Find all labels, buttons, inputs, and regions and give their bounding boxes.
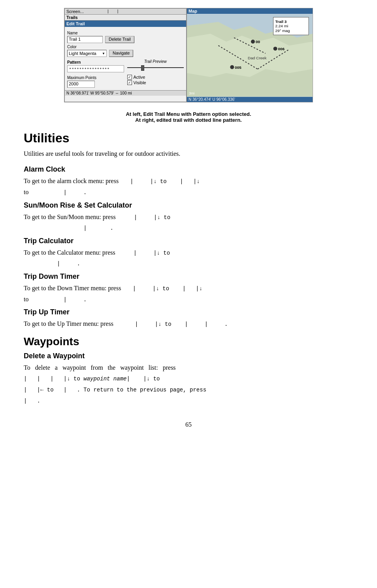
svg-point-6 xyxy=(230,65,234,69)
trip-up-instruction: To get to the Up Timer menu: press | |↓ … xyxy=(24,319,353,329)
name-row: Trail 1 Delete Trail xyxy=(67,36,184,43)
trip-down-text: To get to the Down Timer menu: press xyxy=(24,285,121,291)
checkboxes-section: ✓ Active ✓ Visible xyxy=(127,74,184,86)
alarm-key2: | . xyxy=(30,189,87,196)
trip-down-heading: Trip Down Timer xyxy=(24,272,353,281)
sunmoon-keys: | |↓ to xyxy=(117,214,170,221)
page-container: Screen... | | Trails Edit Trail Name Tra… xyxy=(0,0,377,444)
delete-wp-keys1: | | | |↓ to waypoint name| |↓ to xyxy=(24,376,160,382)
trip-down-to: to xyxy=(24,296,28,303)
delete-waypoint-heading: Delete a Waypoint xyxy=(24,352,353,360)
utilities-heading: Utilities xyxy=(24,131,353,146)
alarm-clock-heading: Alarm Clock xyxy=(24,165,353,174)
intro-text: Utilities are useful tools for traveling… xyxy=(24,149,353,158)
svg-point-8 xyxy=(273,47,277,51)
visible-checkbox[interactable]: ✓ xyxy=(127,80,132,85)
trip-calc-instruction: To get to the Calculator menu: press | |… xyxy=(24,248,353,258)
caption-line1: At left, Edit Trail Menu with Pattern op… xyxy=(64,111,313,117)
left-panel: Screen... | | Trails Edit Trail Name Tra… xyxy=(64,8,187,102)
pattern-preview[interactable]: **************** xyxy=(67,65,124,72)
bottom-section: Maximum Points 2000 ✓ Active ✓ Visible xyxy=(67,74,184,88)
sunmoon-text: To get to the Sun/Moon menu: press xyxy=(24,214,116,220)
form-body: Name Trail 1 Delete Trail Color Light Ma… xyxy=(65,27,186,90)
svg-text:Trail 3: Trail 3 xyxy=(275,19,287,24)
svg-point-10 xyxy=(251,40,255,43)
trail-preview-slider[interactable] xyxy=(127,64,184,71)
trip-calc-line2: | . xyxy=(24,258,353,268)
status-text: N 36°08.971' W 95°50.579' ↔ 100 mi xyxy=(66,91,132,95)
delete-wp-instruction1: To delete a waypoint from the waypoint l… xyxy=(24,363,353,373)
page-number: 65 xyxy=(24,421,353,428)
left-status-bar: N 36°08.971' W 95°50.579' ↔ 100 mi xyxy=(65,90,186,96)
active-checkbox[interactable]: ✓ xyxy=(127,75,132,79)
delete-wp-instruction3: | |← to | . To return to the previous pa… xyxy=(24,384,353,395)
map-status-text: N 36°20.474' U 96°06.336' xyxy=(188,97,235,102)
trip-up-text: To get to the Up Timer menu: press xyxy=(24,320,113,327)
svg-text:005: 005 xyxy=(235,65,241,70)
active-label: Active xyxy=(134,75,145,79)
max-points-input[interactable]: 2000 xyxy=(67,81,95,88)
sunmoon-line2: | . xyxy=(24,223,353,233)
visible-label: Visible xyxy=(134,80,146,85)
main-content: Utilities Utilities are useful tools for… xyxy=(24,131,353,405)
trip-calc-text: To get to the Calculator menu: press xyxy=(24,249,115,256)
color-label: Color xyxy=(67,45,184,49)
trip-down-key2: | . xyxy=(30,297,87,303)
trip-down-instruction: To get to the Down Timer menu: press | |… xyxy=(24,283,353,293)
map-status-bar: N 36°20.474' U 96°06.336' xyxy=(187,97,313,102)
trip-calculator-heading: Trip Calculator xyxy=(24,237,353,245)
pattern-section: Pattern **************** xyxy=(67,60,124,72)
caption: At left, Edit Trail Menu with Pattern op… xyxy=(64,111,313,123)
navigate-btn[interactable]: Navigate xyxy=(109,50,133,57)
delete-trail-btn[interactable]: Delete Trail xyxy=(105,36,134,43)
svg-text:Dad Creek: Dad Creek xyxy=(248,56,266,60)
svg-text:3mi: 3mi xyxy=(189,91,194,95)
pattern-label: Pattern xyxy=(67,60,124,64)
delete-wp-keys2: | |← to | . To return to the previous pa… xyxy=(24,387,206,393)
trail-name-input[interactable]: Trail 1 xyxy=(67,36,103,43)
decorative-line: | | xyxy=(107,9,118,14)
max-points-label: Maximum Points xyxy=(67,76,124,80)
svg-text:2.24 mi: 2.24 mi xyxy=(275,24,288,28)
screen-menu-item[interactable]: Screen... xyxy=(66,9,84,14)
screenshot-area: Screen... | | Trails Edit Trail Name Tra… xyxy=(64,8,313,102)
dropdown-arrow-icon: ▼ xyxy=(102,52,105,55)
svg-text:006: 006 xyxy=(278,47,285,51)
trip-calc-key2: | . xyxy=(24,261,80,267)
sunmoon-instruction: To get to the Sun/Moon menu: press | |↓ … xyxy=(24,212,353,222)
map-header: Map xyxy=(187,8,313,14)
alarm-to: to xyxy=(24,189,28,195)
waypoints-heading: Waypoints xyxy=(24,335,353,348)
menu-bar: Screen... | | xyxy=(65,9,186,15)
alarm-clock-instruction: To get to the alarm clock menu: press | … xyxy=(24,176,353,186)
trails-bar: Trails xyxy=(65,15,186,21)
trip-up-heading: Trip Up Timer xyxy=(24,308,353,316)
alarm-clock-line2: to | . xyxy=(24,187,353,197)
svg-text:29° mag: 29° mag xyxy=(275,28,290,33)
max-points-section: Maximum Points 2000 xyxy=(67,74,124,88)
trip-up-keys: | |↓ to | | . xyxy=(115,321,228,327)
sunmoon-key2: | . xyxy=(24,225,113,231)
alarm-text1: To get to the alarm clock menu: press xyxy=(24,178,119,184)
trail-preview-label: Trail Preview xyxy=(127,59,184,64)
color-row: Light Magenta ▼ Navigate xyxy=(67,50,184,57)
delete-wp-keys3: | . xyxy=(24,398,40,404)
visible-row: ✓ Visible xyxy=(127,80,184,85)
name-label: Name xyxy=(67,31,184,35)
active-row: ✓ Active xyxy=(127,75,184,79)
caption-line2: At right, edited trail with dotted line … xyxy=(64,117,313,123)
delete-wp-text1: To delete a waypoint from the waypoint l… xyxy=(24,364,176,371)
color-dropdown[interactable]: Light Magenta ▼ xyxy=(67,50,107,57)
map-content: 005 006 00 Dad Creek Trail 3 2.24 mi 29°… xyxy=(187,14,313,97)
trail-preview-section: Trail Preview xyxy=(127,59,184,71)
map-panel: Map 005 xyxy=(187,8,313,102)
svg-text:00: 00 xyxy=(256,40,260,44)
alarm-key1: | |↓ to | |↓ xyxy=(120,178,200,185)
sunmoon-heading: Sun/Moon Rise & Set Calculator xyxy=(24,201,353,210)
trip-calc-keys: | |↓ to xyxy=(117,250,170,256)
delete-wp-instruction4: | . xyxy=(24,395,353,406)
trip-down-line2: to | . xyxy=(24,294,353,304)
edit-trail-bar: Edit Trail xyxy=(65,21,186,27)
trip-down-keys: | |↓ to | |↓ xyxy=(123,285,202,292)
map-svg: 005 006 00 Dad Creek Trail 3 2.24 mi 29°… xyxy=(187,14,313,97)
